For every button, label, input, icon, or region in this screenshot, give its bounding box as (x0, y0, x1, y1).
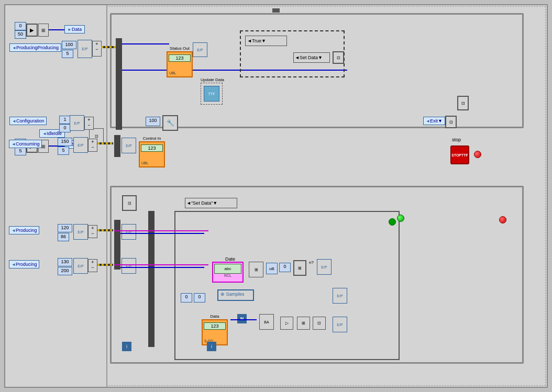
num-120[interactable]: 120 (58, 224, 72, 232)
container-bottom: ⊡ ◄ "Set Data" ▼ Date abc RCL ⊞ uB (110, 186, 524, 364)
ep-node-top-r: E/P (193, 42, 207, 57)
green-indicator-bottom (397, 215, 404, 222)
red-indicator-bottom (499, 216, 506, 223)
num-5-1[interactable]: 5 (62, 50, 73, 58)
ep-node-prod-2-2: E/P (122, 224, 136, 240)
yellow-wire-top-1 (101, 46, 117, 48)
data-display-group: Data 123 S GD (202, 314, 228, 345)
container-top: ◄ProducingProducing 100 5 E/P + − Status… (110, 13, 524, 128)
ep-node-date: E/P (317, 259, 332, 275)
num-0-date[interactable]: 0 (279, 263, 291, 272)
math-bottom-2: ⊞ (297, 317, 310, 330)
num-0-config[interactable]: 0 (59, 124, 71, 132)
set-data-enum-bottom[interactable]: ◄ "Set Data" ▼ (185, 198, 237, 208)
configuration-label[interactable]: ◄Configuration (9, 117, 47, 125)
arrow-block-top: ▶ (26, 24, 38, 37)
num-200[interactable]: 200 (58, 267, 72, 275)
pink-wire-1 (114, 230, 208, 231)
subvi-set-data: ⊡ (333, 51, 344, 64)
func-node-top: ⊞ (38, 24, 49, 37)
stop-button[interactable]: STOP TTF (450, 145, 469, 164)
producing-label-1[interactable]: ◄ProducingProducing (9, 43, 61, 52)
main-canvas: 0 50 ▶ ⊞ ►Status OutData 0 5 ▶ ⊞ ►Status… (4, 4, 548, 388)
exit-label[interactable]: ◄Exit▼ (423, 117, 445, 125)
wire-data-h (230, 319, 257, 320)
left-panel (5, 5, 107, 388)
subvi-exit: ⊡ (445, 116, 457, 128)
case-box-bottom: Date abc RCL ⊞ uB 0 ⊞ n? E/P (174, 211, 400, 360)
set-data-enum[interactable]: ◄ Set Data ▼ (293, 52, 330, 63)
num-0-arr-2[interactable]: 0 (194, 293, 205, 303)
wire-h-bottom-1 (120, 233, 204, 234)
ep-node-prod-3: E/P (73, 258, 88, 274)
merge-node-date: ⊞ (249, 262, 263, 277)
num-50[interactable]: 50 (15, 30, 26, 39)
connector-column-1 (116, 38, 122, 130)
top-border-connector (272, 8, 280, 13)
n-block: N (237, 314, 247, 323)
ep-node-prod-2: E/P (73, 224, 88, 240)
inner-dashed-top: ◄ Set Data ▼ ⊡ (240, 30, 345, 77)
wire-h-1 (122, 43, 169, 44)
pink-wire-2 (114, 264, 208, 265)
ep-node-prod-3-2: E/P (122, 258, 136, 274)
stop-label: stop (452, 137, 461, 142)
num-5-bottom[interactable]: 5 (15, 147, 26, 155)
num-0-arr-1[interactable]: 0 (181, 293, 192, 303)
wrench-block: 🔧 (162, 115, 178, 131)
yellow-wire-prod-2 (97, 229, 113, 231)
data-output-label[interactable]: ►Status OutData (64, 25, 85, 33)
ep-node-consuming: E/P (73, 137, 88, 153)
num-100-2[interactable]: 100 (146, 117, 160, 126)
yellow-wire-prod-3 (97, 264, 113, 266)
num-5-consuming[interactable]: 5 (58, 147, 69, 155)
shift-reg-bottom-tl: ⊡ (122, 195, 137, 211)
math-bottom-3: ⊡ (313, 317, 326, 330)
math-bottom-1: ▷ (280, 317, 293, 330)
i-indicator-bottom: i (207, 342, 216, 351)
connector-col-bottom (148, 211, 154, 347)
num-100-1[interactable]: 100 (62, 41, 76, 49)
wire-to-data (49, 29, 64, 30)
build-array-1: BA (259, 314, 274, 330)
num-1-config[interactable]: 1 (59, 116, 71, 124)
date-label: Date (225, 256, 235, 262)
control-in-group: Control In 123 UBL (139, 136, 165, 167)
red-indicator-stop (474, 151, 481, 158)
num-0-top[interactable]: 0 (15, 22, 26, 30)
inc-dec-config[interactable]: + − (84, 117, 94, 130)
status-out-display: Status Out 123 UBL (167, 46, 193, 77)
inc-dec-consuming[interactable]: + − (88, 139, 97, 152)
num-86[interactable]: 86 (58, 233, 69, 241)
yellow-wire-consuming (97, 142, 113, 144)
date-n-label: n? (309, 260, 314, 265)
ep-node-consuming-2: E/P (122, 138, 136, 153)
shift-reg-top-right: ⊡ (457, 96, 469, 110)
consuming-label[interactable]: ◄Consuming (9, 140, 42, 148)
ub8-node: uB (266, 263, 278, 274)
ep-node-1: E/P (78, 40, 92, 58)
num-130[interactable]: 130 (58, 258, 72, 266)
connector-col-consuming (114, 135, 120, 157)
num-150[interactable]: 150 (58, 138, 72, 146)
producing-label-2[interactable]: ◄Producing (9, 226, 39, 234)
date-indicator: abc RCL (212, 262, 244, 283)
ep-node-data-bottom: E/P (333, 317, 347, 332)
inc-dec-prod-2[interactable]: + − (88, 225, 97, 238)
i-indicator-main-bottom: i (122, 342, 131, 351)
wire-h-bottom-2 (120, 267, 204, 268)
connector-col-prod-2-3 (114, 220, 120, 270)
ep-node-config: E/P (70, 115, 84, 131)
inc-dec-prod-3[interactable]: + − (88, 259, 97, 272)
inc-dec-1[interactable]: + − (92, 41, 102, 57)
producing-label-3[interactable]: ◄Producing (9, 260, 39, 268)
math-node-date-1: ⊞ (293, 260, 306, 276)
ep-node-samples: E/P (333, 288, 347, 304)
green-dot-case (389, 218, 396, 226)
samples-block: ⊕ Samples (217, 289, 254, 301)
update-data-group: Update Data TTF (201, 77, 224, 105)
